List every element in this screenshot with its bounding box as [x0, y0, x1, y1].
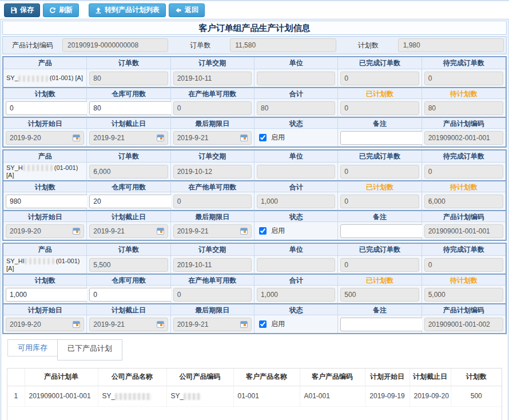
plan-end-date-picker[interactable]: 2019-9-21	[89, 224, 168, 238]
product-plan-code-field: 201909002-001-001	[424, 131, 503, 145]
bottom-tabs: 可用库存 已下产品计划	[7, 339, 507, 361]
calendar-icon[interactable]	[240, 321, 248, 328]
calendar-icon[interactable]	[73, 321, 80, 328]
plan-end-date-picker[interactable]: 2019-9-21	[89, 318, 168, 331]
total-field: 80	[257, 101, 335, 115]
total-field: 1,000	[257, 195, 335, 208]
product-cell: SY_HI (01-001) [A]	[3, 256, 86, 274]
delivery-date-field: 2019-10-12	[173, 165, 252, 179]
total-header: 合计	[254, 87, 338, 99]
redacted-text	[184, 393, 201, 400]
warehouse-available-header: 仓库可用数	[87, 180, 170, 192]
enabled-checkbox[interactable]	[259, 227, 267, 235]
redacted-text	[115, 393, 152, 400]
unit-field	[257, 72, 335, 85]
back-arrow-icon	[175, 7, 182, 14]
calendar-icon[interactable]	[73, 228, 80, 235]
deadline-date-picker[interactable]: 2019-9-21	[173, 318, 252, 331]
summary-row: 产品计划编码 20190919-0000000008 订单数 11,580 计划…	[2, 36, 507, 54]
calendar-icon[interactable]	[73, 134, 80, 141]
unit-header: 单位	[254, 244, 338, 256]
refresh-button[interactable]: 刷新	[43, 3, 79, 17]
row-number-header	[7, 369, 25, 386]
deadline-date-picker[interactable]: 2019-9-21	[173, 224, 252, 238]
unit-field	[257, 258, 335, 272]
save-button[interactable]: 保存	[4, 3, 40, 17]
to-plan-qty-field: 6,000	[424, 195, 503, 208]
other-order-available-header: 在产他单可用数	[171, 274, 254, 286]
delivery-date-field: 2019-10-11	[173, 72, 252, 85]
refresh-label: 刷新	[59, 5, 73, 15]
plan-code-header: 产品计划编码	[422, 210, 506, 222]
back-button[interactable]: 返回	[169, 3, 205, 17]
tab-available-inventory[interactable]: 可用库存	[7, 339, 58, 356]
customer-product-name-cell: 01-001	[233, 386, 300, 406]
enabled-checkbox[interactable]	[259, 134, 267, 141]
calendar-icon[interactable]	[157, 134, 164, 141]
order-qty-total-label: 订单数	[170, 41, 230, 50]
deadline-date-picker[interactable]: 2019-9-21	[173, 131, 252, 145]
plan-qty-header: 计划数	[3, 180, 87, 192]
completed-orders-field: 0	[340, 165, 419, 179]
plan-code-header: 产品计划编码	[422, 303, 506, 315]
total-field: 1,000	[257, 288, 335, 302]
plan-end-date-picker[interactable]: 2019-9-21	[89, 131, 168, 145]
enabled-checkbox[interactable]	[259, 320, 267, 328]
product-header: 产品	[3, 150, 87, 163]
redacted-text	[18, 76, 48, 82]
plan-code-header: 产品计划编码	[422, 117, 506, 129]
company-product-name-header: 公司产品名称	[98, 369, 166, 386]
product-header: 产品	[3, 57, 87, 69]
table-row[interactable]: 1 201909001-001-001 SY_ SY_ 01-001 A01-0…	[7, 386, 502, 406]
order-qty-field: 5,500	[89, 258, 168, 272]
product-plan-code-field: 201909001-001-001	[424, 224, 503, 238]
plan-sheet-cell: 201909001-001-001	[25, 386, 98, 406]
back-label: 返回	[185, 5, 198, 15]
planned-qty-field: 500	[340, 288, 419, 302]
completed-orders-header: 已完成订单数	[338, 150, 421, 163]
main-panel: 客户订单组产品生产计划信息 产品计划编码 20190919-0000000008…	[1, 19, 508, 420]
delivery-date-header: 订单交期	[171, 57, 254, 69]
order-qty-header: 订单数	[87, 244, 170, 256]
plan-start-header: 计划开始日	[3, 303, 87, 315]
order-qty-header: 订单数	[87, 57, 170, 69]
plan-start-header: 计划开始日	[3, 210, 87, 222]
completed-orders-header: 已完成订单数	[338, 244, 421, 256]
plan-start-date-picker[interactable]: 2019-9-20	[6, 131, 84, 145]
calendar-icon[interactable]	[240, 228, 248, 235]
calendar-icon[interactable]	[157, 228, 164, 235]
plan-group-code-field: 20190919-0000000008	[62, 38, 168, 52]
plan-start-col-header: 计划开始日	[365, 369, 409, 386]
order-qty-total-field: 11,580	[230, 38, 336, 52]
product-cell: SY_ (01-001) [A]	[3, 73, 86, 83]
goto-plan-list-button[interactable]: 转到产品计划列表	[89, 3, 166, 17]
order-qty-field: 6,000	[89, 165, 168, 179]
planned-qty-field: 0	[340, 101, 419, 115]
other-order-available-header: 在产他单可用数	[171, 87, 254, 99]
to-plan-qty-header: 待计划数	[422, 274, 506, 286]
plan-group-code-label: 产品计划编码	[3, 41, 62, 50]
tab-placed-product-plans[interactable]: 已下产品计划	[57, 339, 122, 360]
status-header: 状态	[254, 210, 338, 222]
redacted-text	[23, 165, 53, 171]
to-plan-qty-header: 待计划数	[422, 87, 506, 99]
planned-qty-field: 0	[340, 195, 419, 208]
deadline-header: 最后期限日	[171, 210, 254, 222]
calendar-icon[interactable]	[240, 134, 248, 141]
enabled-label: 启用	[271, 226, 285, 236]
plan-start-date-picker[interactable]: 2019-9-20	[6, 224, 84, 238]
status-header: 状态	[254, 303, 338, 315]
plan-qty-cell: 500	[451, 386, 502, 406]
plan-start-cell: 2019-09-19	[365, 386, 409, 406]
remark-header: 备注	[338, 117, 421, 129]
plan-end-header: 计划截止日	[87, 117, 170, 129]
goto-plan-list-label: 转到产品计划列表	[105, 5, 160, 15]
unit-field	[257, 165, 335, 179]
order-qty-field: 80	[89, 72, 168, 85]
plan-qty-total-field: 1,980	[398, 38, 504, 52]
plan-start-date-picker[interactable]: 2019-9-20	[6, 318, 84, 331]
other-order-available-field: 0	[173, 101, 252, 115]
deadline-header: 最后期限日	[171, 303, 254, 315]
calendar-icon[interactable]	[157, 321, 164, 328]
other-order-available-field: 0	[173, 288, 252, 302]
